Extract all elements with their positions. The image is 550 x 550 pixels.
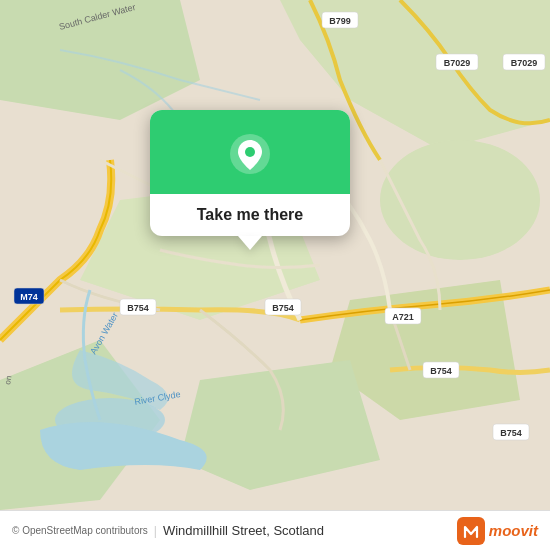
svg-text:B754: B754 bbox=[500, 428, 522, 438]
svg-text:B7029: B7029 bbox=[444, 58, 471, 68]
popup-green-header bbox=[150, 110, 350, 194]
moovit-label: moovit bbox=[489, 522, 538, 539]
map-container: B799 B7029 B7029 M74 B754 B754 A721 B754… bbox=[0, 0, 550, 510]
svg-rect-33 bbox=[457, 517, 485, 545]
take-me-there-button[interactable]: Take me there bbox=[177, 194, 323, 236]
svg-text:A721: A721 bbox=[392, 312, 414, 322]
svg-point-3 bbox=[380, 140, 540, 260]
svg-text:B754: B754 bbox=[430, 366, 452, 376]
svg-text:on: on bbox=[3, 375, 13, 385]
location-name: Windmillhill Street, Scotland bbox=[163, 523, 324, 538]
moovit-logo: moovit bbox=[457, 517, 538, 545]
svg-text:B799: B799 bbox=[329, 16, 351, 26]
moovit-icon bbox=[457, 517, 485, 545]
copyright-text: © OpenStreetMap contributors bbox=[12, 525, 148, 536]
svg-text:B754: B754 bbox=[272, 303, 294, 313]
bottom-left-section: © OpenStreetMap contributors | Windmillh… bbox=[12, 523, 324, 538]
popup-card: Take me there bbox=[150, 110, 350, 236]
svg-text:M74: M74 bbox=[20, 292, 38, 302]
separator: | bbox=[154, 524, 157, 538]
location-pin-icon bbox=[228, 132, 272, 176]
svg-text:B7029: B7029 bbox=[511, 58, 538, 68]
svg-text:B754: B754 bbox=[127, 303, 149, 313]
svg-point-32 bbox=[245, 147, 255, 157]
bottom-bar: © OpenStreetMap contributors | Windmillh… bbox=[0, 510, 550, 550]
